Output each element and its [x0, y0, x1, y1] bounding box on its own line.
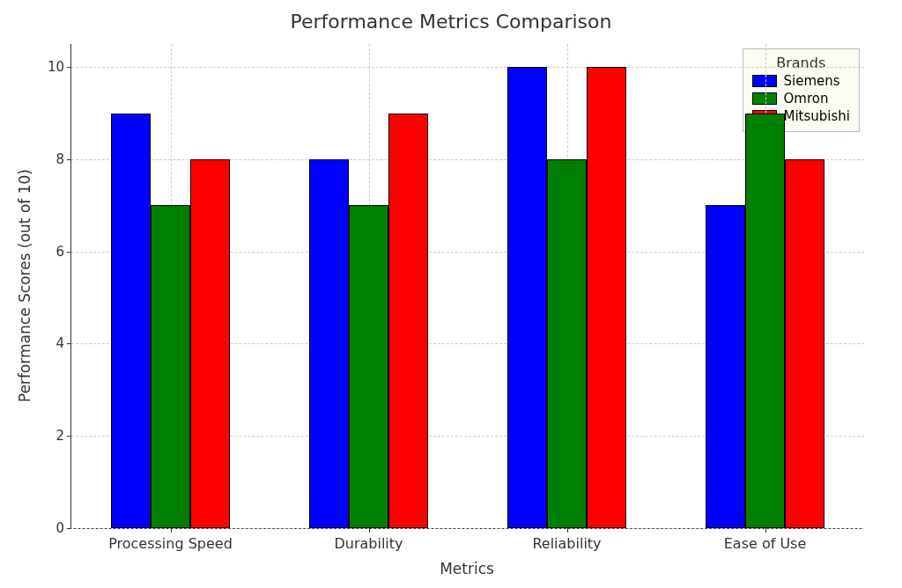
plot-area: Brands Siemens Omron Mitsubishi 0246810P… — [70, 44, 864, 529]
bar-mitsubishi — [388, 114, 428, 528]
x-tick-label: Processing Speed — [108, 528, 233, 552]
legend-swatch — [752, 92, 777, 105]
y-axis-label: Performance Scores (out of 10) — [16, 44, 33, 528]
y-tick-label: 6 — [55, 244, 71, 260]
grid-line — [71, 67, 864, 68]
bar-siemens — [309, 159, 349, 528]
x-tick-label: Ease of Use — [724, 528, 807, 552]
y-tick-label: 0 — [55, 520, 71, 536]
y-tick-label: 10 — [48, 59, 71, 75]
chart-container: Performance Metrics Comparison Performan… — [0, 0, 902, 588]
legend-item-siemens: Siemens — [752, 73, 851, 89]
x-tick-label: Reliability — [532, 528, 601, 552]
bar-omron — [745, 114, 785, 528]
legend-swatch — [752, 75, 777, 87]
bar-omron — [349, 205, 388, 528]
bar-mitsubishi — [587, 67, 626, 528]
x-axis-label: Metrics — [70, 560, 863, 577]
y-tick-label: 4 — [55, 335, 71, 351]
bar-mitsubishi — [190, 159, 230, 528]
bar-omron — [547, 159, 587, 528]
y-tick-label: 2 — [55, 428, 71, 444]
x-tick-label: Durability — [334, 528, 403, 552]
y-tick-label: 8 — [55, 151, 71, 167]
legend-label: Siemens — [784, 73, 840, 89]
bar-mitsubishi — [785, 159, 824, 528]
legend-title: Brands — [752, 55, 851, 71]
bar-siemens — [706, 205, 745, 528]
bar-omron — [151, 205, 190, 528]
bar-siemens — [507, 67, 547, 528]
legend-label: Omron — [784, 91, 829, 107]
chart-title: Performance Metrics Comparison — [0, 11, 902, 33]
bar-siemens — [111, 114, 151, 528]
legend-item-omron: Omron — [752, 91, 851, 107]
legend-label: Mitsubishi — [784, 108, 851, 124]
